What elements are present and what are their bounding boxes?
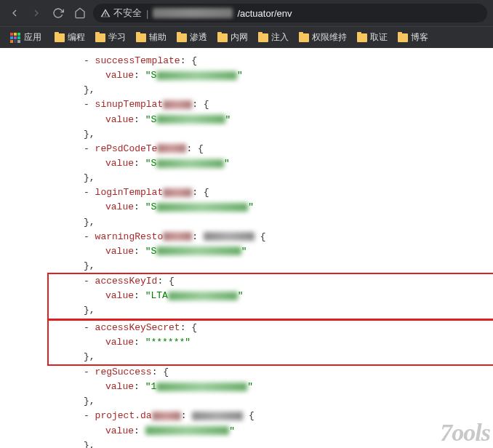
address-bar[interactable]: 不安全 | /actuator/env — [93, 4, 487, 23]
json-value-label: value — [105, 337, 134, 348]
bookmark-label: 取证 — [370, 31, 388, 44]
json-key: project.da — [95, 410, 152, 421]
json-value-label: value — [105, 425, 134, 436]
redacted — [156, 247, 241, 255]
json-value-label: value — [105, 158, 134, 169]
apps-icon — [10, 33, 20, 43]
highlighted-entry: - accessKeySecret: {value: "******"}, — [47, 319, 493, 366]
json-value-label: value — [105, 381, 134, 392]
json-key: successTemplate — [95, 55, 180, 66]
redacted — [156, 115, 225, 124]
folder-icon — [258, 33, 268, 42]
close-brace: }, — [84, 396, 95, 407]
json-value-label: value — [105, 290, 134, 301]
json-key: rePsdCodeTe — [95, 143, 158, 154]
json-value-label: value — [105, 201, 134, 212]
json-value-label: value — [105, 246, 134, 257]
redacted — [168, 292, 238, 300]
bookmarks-bar: 应用 编程学习辅助渗透内网注入权限维持取证博客 — [0, 26, 493, 48]
bookmark-folder[interactable]: 学习 — [91, 28, 130, 47]
bookmark-folder[interactable]: 博客 — [393, 28, 433, 47]
json-viewer: - successTemplate: {value: "S"},- sinupT… — [0, 48, 493, 448]
redacted — [156, 383, 247, 391]
highlighted-entry: - accessKeyId: {value: "LTA"}, — [47, 273, 493, 319]
insecure-warning: 不安全 — [100, 7, 142, 20]
redacted — [156, 159, 224, 168]
apps-button[interactable]: 应用 — [4, 28, 47, 47]
bookmark-label: 渗透 — [190, 31, 207, 44]
bookmark-folder[interactable]: 注入 — [254, 28, 293, 47]
folder-icon — [398, 33, 408, 42]
bookmark-label: 权限维持 — [312, 31, 347, 44]
insecure-label: 不安全 — [113, 7, 142, 20]
json-key: accessKeyId — [95, 276, 158, 287]
redacted — [145, 426, 230, 435]
redacted — [163, 100, 192, 109]
redacted — [152, 412, 181, 420]
json-value-prefix: "S — [145, 70, 157, 81]
bookmark-folder[interactable]: 编程 — [50, 28, 89, 47]
json-key: loginTemplat — [95, 187, 164, 198]
json-value-prefix: "S — [145, 114, 157, 125]
bookmark-folder[interactable]: 取证 — [353, 28, 392, 47]
close-brace: }, — [84, 84, 95, 95]
url-path: /actuator/env — [237, 8, 292, 19]
redacted — [163, 188, 192, 197]
reload-button[interactable] — [49, 4, 67, 22]
bookmark-label: 注入 — [271, 31, 289, 44]
redacted — [157, 144, 186, 153]
home-button[interactable] — [71, 4, 89, 22]
folder-icon — [177, 33, 187, 42]
json-value: "******" — [145, 337, 191, 348]
close-brace: }, — [84, 260, 95, 271]
folder-icon — [217, 33, 228, 42]
folder-icon — [357, 33, 367, 42]
bookmark-folder[interactable]: 权限维持 — [294, 28, 351, 47]
browser-toolbar: 不安全 | /actuator/env — [0, 0, 493, 26]
json-value-prefix: "S — [145, 158, 157, 169]
bookmark-folder[interactable]: 渗透 — [172, 28, 212, 47]
json-key: sinupTemplat — [95, 99, 164, 110]
redacted — [192, 412, 243, 420]
close-brace: }, — [84, 172, 95, 183]
bookmark-label: 编程 — [68, 31, 85, 44]
close-brace: }, — [84, 129, 95, 140]
redacted — [204, 232, 254, 241]
json-value-prefix: "LTA — [145, 290, 168, 301]
json-value-label: value — [105, 114, 134, 125]
folder-icon — [299, 33, 309, 42]
url-host-redacted — [153, 8, 233, 18]
bookmark-folder[interactable]: 辅助 — [132, 28, 171, 47]
forward-button[interactable] — [28, 4, 45, 22]
close-brace: }, — [84, 440, 95, 448]
json-value-prefix: "1 — [145, 381, 157, 392]
close-brace: }, — [84, 217, 95, 228]
redacted — [163, 232, 192, 241]
apps-label: 应用 — [24, 31, 41, 44]
bookmark-label: 博客 — [411, 31, 428, 44]
bookmark-folder[interactable]: 内网 — [213, 28, 252, 47]
json-key: warningResto — [95, 231, 164, 242]
json-key: regSuccess — [95, 367, 152, 377]
json-key: accessKeySecret — [95, 322, 180, 333]
folder-icon — [136, 33, 146, 42]
folder-icon — [95, 33, 105, 42]
bookmark-label: 学习 — [108, 31, 126, 44]
bookmark-label: 辅助 — [149, 31, 167, 44]
json-value-label: value — [105, 70, 134, 81]
json-value-prefix: "S — [145, 246, 157, 257]
back-button[interactable] — [6, 4, 23, 22]
redacted — [156, 71, 237, 80]
bookmark-label: 内网 — [231, 31, 248, 44]
json-value-prefix: "S — [145, 201, 157, 212]
folder-icon — [55, 33, 65, 42]
redacted — [156, 203, 248, 212]
